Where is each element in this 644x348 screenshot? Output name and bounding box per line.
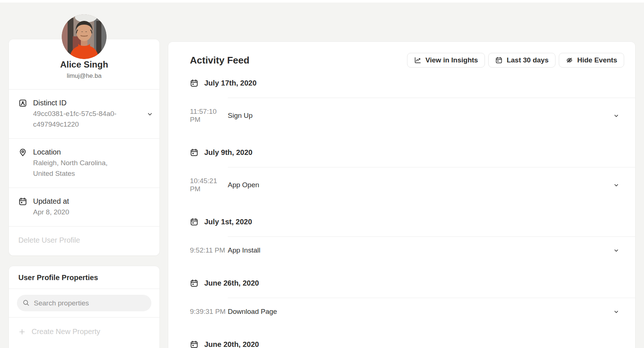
last-30-days-button[interactable]: Last 30 days: [488, 53, 555, 68]
field-value: 49cc0381-e1fc-57c5-84a0-c497949c1220: [33, 108, 126, 130]
button-label: Last 30 days: [507, 56, 548, 64]
user-profile-properties-card: User Profile Properties Create New Prope…: [9, 266, 159, 348]
event-row[interactable]: 11:57:10 PM Sign Up: [190, 98, 635, 131]
plus-icon: [18, 328, 26, 336]
create-new-property-button[interactable]: Create New Property: [9, 318, 159, 338]
eye-off-icon: [566, 57, 573, 64]
hide-events-button[interactable]: Hide Events: [559, 53, 624, 68]
chevron-down-icon[interactable]: [614, 113, 619, 119]
field-distinct-id: Distinct ID 49cc0381-e1fc-57c5-84a0-c497…: [9, 90, 159, 138]
properties-panel-title: User Profile Properties: [9, 266, 159, 289]
event-name: App Open: [228, 181, 259, 189]
calendar-icon: [190, 79, 198, 87]
button-label: View in Insights: [425, 56, 478, 64]
avatar: [62, 14, 107, 59]
button-label: Hide Events: [577, 56, 617, 64]
event-row[interactable]: 9:39:31 PM Download Page: [190, 298, 635, 323]
date-group: July 9th, 2020 10:45:21 PM App Open: [190, 148, 635, 200]
activity-feed-column: Activity Feed View in Insights Last 30 d…: [168, 42, 635, 348]
chevron-down-icon[interactable]: [614, 309, 619, 315]
chevron-down-icon[interactable]: [147, 111, 153, 117]
field-label: Updated at: [33, 197, 153, 206]
field-value: Apr 8, 2020: [33, 207, 126, 217]
date-label: June 26th, 2020: [204, 279, 259, 287]
field-location: Location Raleigh, North Carolina, United…: [9, 139, 159, 188]
calendar-icon: [18, 197, 27, 206]
location-pin-icon: [18, 148, 27, 157]
event-name: Sign Up: [228, 112, 253, 120]
line-chart-icon: [414, 57, 421, 64]
user-profile-page: Alice Singh limuj@he.ba Distinct ID 49cc…: [0, 3, 644, 348]
field-updated-at: Updated at Apr 8, 2020: [9, 188, 159, 226]
date-group: July 17th, 2020 11:57:10 PM Sign Up: [190, 78, 635, 131]
create-new-property-label: Create New Property: [32, 327, 100, 336]
field-value: Raleigh, North Carolina, United States: [33, 157, 126, 179]
event-name: App Install: [228, 246, 260, 254]
date-label: June 20th, 2020: [204, 340, 259, 348]
divider: [9, 289, 159, 289]
view-in-insights-button[interactable]: View in Insights: [407, 53, 485, 68]
date-label: July 17th, 2020: [204, 79, 256, 87]
calendar-icon: [190, 279, 198, 287]
chevron-down-icon[interactable]: [614, 248, 619, 253]
date-group: June 20th, 2020: [190, 340, 635, 348]
chevron-down-icon[interactable]: [614, 182, 619, 188]
activity-feed-title: Activity Feed: [190, 55, 249, 66]
date-group: July 1st, 2020 9:52:11 PM App Install: [190, 217, 635, 261]
event-time: 11:57:10 PM: [190, 108, 228, 124]
calendar-icon: [190, 340, 198, 348]
id-badge-icon: [18, 99, 27, 108]
calendar-icon: [190, 148, 198, 157]
calendar-icon: [495, 57, 503, 64]
event-time: 9:52:11 PM: [190, 246, 228, 254]
profile-summary-card: Alice Singh limuj@he.ba Distinct ID 49cc…: [9, 39, 159, 255]
field-label: Location: [33, 148, 153, 156]
search-icon: [22, 299, 30, 307]
date-label: July 9th, 2020: [204, 148, 252, 157]
calendar-icon: [190, 218, 198, 226]
top-strip: [0, 0, 644, 3]
feed-actions: View in Insights Last 30 days Hide Event…: [407, 53, 624, 68]
event-time: 10:45:21 PM: [190, 177, 228, 193]
profile-name: Alice Singh: [9, 60, 159, 69]
field-label: Distinct ID: [33, 98, 147, 107]
delete-user-profile-button[interactable]: Delete User Profile: [9, 226, 159, 255]
search-properties-input[interactable]: [17, 295, 151, 311]
activity-feed-card: Activity Feed View in Insights Last 30 d…: [168, 42, 635, 348]
event-row[interactable]: 9:52:11 PM App Install: [190, 237, 635, 261]
event-row[interactable]: 10:45:21 PM App Open: [190, 167, 635, 200]
property-item[interactable]: app version 2.3: [9, 338, 159, 348]
event-time: 9:39:31 PM: [190, 308, 228, 316]
date-group: June 26th, 2020 9:39:31 PM Download Page: [190, 278, 635, 323]
event-name: Download Page: [228, 308, 277, 316]
date-label: July 1st, 2020: [204, 218, 252, 226]
profile-email: limuj@he.ba: [9, 73, 159, 89]
profile-sidebar: Alice Singh limuj@he.ba Distinct ID 49cc…: [9, 3, 159, 348]
